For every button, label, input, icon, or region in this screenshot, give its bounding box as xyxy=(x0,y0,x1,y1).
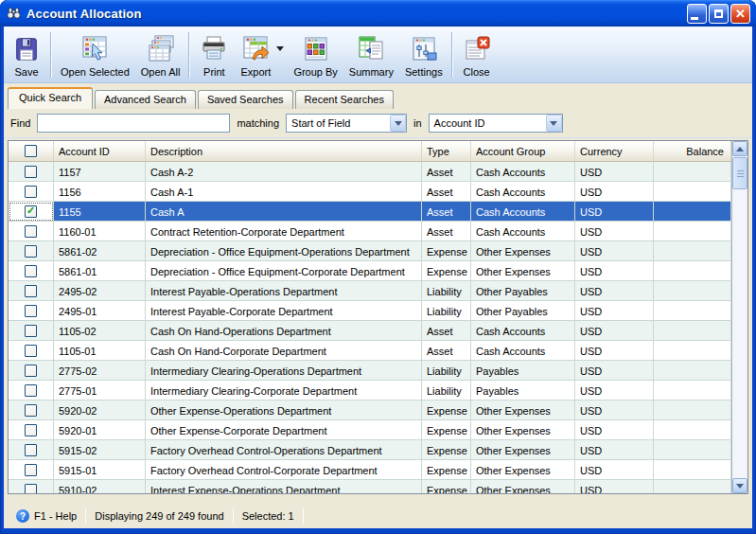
cell-account-group: Other Expenses xyxy=(471,400,575,420)
scroll-up-button[interactable] xyxy=(732,141,747,156)
minimize-button[interactable] xyxy=(687,4,707,24)
row-checkbox[interactable] xyxy=(25,166,37,178)
export-icon xyxy=(240,34,271,64)
table-row[interactable]: 2775-01 Intermediary Clearing-Corporate … xyxy=(9,381,731,400)
cell-account-id: 5920-01 xyxy=(54,420,146,440)
table-row[interactable]: 5910-02 Interest Expense-Operations Depa… xyxy=(9,480,731,493)
row-checkbox[interactable] xyxy=(25,285,37,297)
table-row[interactable]: 1105-02 Cash On Hand-Operations Departme… xyxy=(9,321,731,341)
in-select[interactable]: Account ID xyxy=(429,114,563,133)
column-header-account-id[interactable]: Account ID xyxy=(54,141,146,161)
matching-dropdown-button[interactable] xyxy=(390,115,406,132)
save-button[interactable]: Save xyxy=(6,28,47,81)
settings-button[interactable]: Settings xyxy=(399,28,448,81)
group-by-button[interactable]: Group By xyxy=(288,28,343,81)
chevron-down-icon xyxy=(395,121,402,126)
maximize-button[interactable] xyxy=(709,4,729,24)
table-row[interactable]: 5915-01 Factory Overhead Control-Corpora… xyxy=(9,460,731,480)
cell-description: Depreciation - Office Equipment-Operatio… xyxy=(146,241,422,261)
in-dropdown-button[interactable] xyxy=(546,115,562,132)
table-row[interactable]: 5861-02 Depreciation - Office Equipment-… xyxy=(9,241,731,261)
tab-recent-searches[interactable]: Recent Searches xyxy=(295,90,394,109)
open-selected-button[interactable]: Open Selected xyxy=(55,28,135,81)
table-row[interactable]: 2495-02 Interest Payable-Operations Depa… xyxy=(9,281,731,301)
scrollbar-track[interactable] xyxy=(732,190,747,478)
binoculars-icon xyxy=(6,5,22,23)
column-header-balance[interactable]: Balance xyxy=(654,141,731,161)
table-row[interactable]: 5861-01 Depreciation - Office Equipment-… xyxy=(9,261,731,281)
table-row[interactable]: 1157 Cash A-2 Asset Cash Accounts USD xyxy=(9,162,731,182)
table-row[interactable]: 2495-01 Interest Payable-Corporate Depar… xyxy=(9,301,731,321)
scroll-down-button[interactable] xyxy=(732,478,747,493)
column-header-account-group[interactable]: Account Group xyxy=(471,141,575,161)
row-checkbox[interactable] xyxy=(25,325,37,337)
help-icon[interactable]: ? xyxy=(16,509,29,523)
row-check-cell xyxy=(9,400,54,420)
cell-account-group: Payables xyxy=(471,381,575,400)
cell-balance xyxy=(654,381,731,400)
cell-balance xyxy=(654,420,731,440)
table-row[interactable]: 5915-02 Factory Overhead Control-Operati… xyxy=(9,440,731,460)
export-dropdown-arrow[interactable] xyxy=(276,46,284,51)
column-header-currency[interactable]: Currency xyxy=(575,141,654,161)
scrollbar-thumb[interactable] xyxy=(732,157,747,189)
row-checkbox[interactable] xyxy=(25,404,37,417)
matching-value: Start of Field xyxy=(287,117,390,129)
row-checkbox[interactable] xyxy=(25,345,37,357)
close-window-button[interactable]: ✕ xyxy=(730,4,750,24)
find-input[interactable] xyxy=(37,114,230,133)
cell-currency: USD xyxy=(575,381,654,400)
row-checkbox[interactable] xyxy=(25,424,37,436)
table-row[interactable]: 1105-01 Cash On Hand-Corporate Departmen… xyxy=(9,341,731,361)
export-button[interactable]: Export xyxy=(235,28,276,81)
tab-quick-search[interactable]: Quick Search xyxy=(8,87,93,109)
close-button[interactable]: Close xyxy=(456,28,498,81)
open-all-button[interactable]: Open All xyxy=(135,28,186,81)
row-checkbox[interactable] xyxy=(25,384,37,397)
cell-balance xyxy=(654,321,731,341)
row-checkbox[interactable] xyxy=(25,365,37,377)
column-header-description[interactable]: Description xyxy=(146,141,422,161)
cell-type: Expense xyxy=(422,460,471,480)
row-checkbox[interactable] xyxy=(25,186,37,198)
title-bar[interactable]: Account Allocation ✕ xyxy=(0,0,756,27)
cell-type: Expense xyxy=(422,480,471,493)
print-icon xyxy=(199,34,229,64)
row-checkbox[interactable] xyxy=(25,225,37,238)
cell-description: Cash On Hand-Corporate Department xyxy=(146,341,422,361)
cell-description: Other Expense-Operations Department xyxy=(146,400,422,420)
table-row[interactable]: 5920-01 Other Expense-Corporate Departme… xyxy=(9,420,731,440)
tab-saved-searches[interactable]: Saved Searches xyxy=(198,90,293,109)
cell-description: Intermediary Clearing-Corporate Departme… xyxy=(146,381,422,400)
cell-currency: USD xyxy=(575,341,654,361)
row-checkbox[interactable] xyxy=(25,484,37,494)
cell-account-id: 2775-02 xyxy=(54,361,146,381)
cell-balance xyxy=(654,480,731,493)
row-check-cell xyxy=(9,480,54,493)
cell-description: Cash On Hand-Operations Department xyxy=(146,321,422,341)
table-row[interactable]: 1155 Cash A Asset Cash Accounts USD xyxy=(9,202,731,222)
status-bar: ? F1 - Help Displaying 249 of 249 found … xyxy=(4,504,752,528)
select-all-checkbox[interactable] xyxy=(25,145,37,157)
cell-account-id: 5910-02 xyxy=(54,480,146,493)
table-row[interactable]: 1160-01 Contract Retention-Corporate Dep… xyxy=(9,222,731,241)
row-checkbox[interactable] xyxy=(25,444,37,456)
table-row[interactable]: 1156 Cash A-1 Asset Cash Accounts USD xyxy=(9,182,731,202)
search-bar: Find matching Start of Field in Account … xyxy=(4,109,752,138)
matching-select[interactable]: Start of Field xyxy=(286,114,407,133)
cell-account-group: Other Expenses xyxy=(471,420,575,440)
row-checkbox[interactable] xyxy=(25,205,37,218)
row-checkbox[interactable] xyxy=(25,305,37,317)
table-row[interactable]: 2775-02 Intermediary Clearing-Operations… xyxy=(9,361,731,381)
row-checkbox[interactable] xyxy=(25,245,37,258)
table-row[interactable]: 5920-02 Other Expense-Operations Departm… xyxy=(9,400,731,420)
print-button[interactable]: Print xyxy=(193,28,235,81)
tab-advanced-search[interactable]: Advanced Search xyxy=(95,90,196,109)
select-all-header[interactable] xyxy=(9,141,54,161)
column-header-type[interactable]: Type xyxy=(422,141,471,161)
vertical-scrollbar[interactable] xyxy=(731,141,747,493)
cell-balance xyxy=(654,301,731,321)
row-checkbox[interactable] xyxy=(25,464,37,476)
row-checkbox[interactable] xyxy=(25,265,37,277)
summary-button[interactable]: Summary xyxy=(343,28,399,81)
